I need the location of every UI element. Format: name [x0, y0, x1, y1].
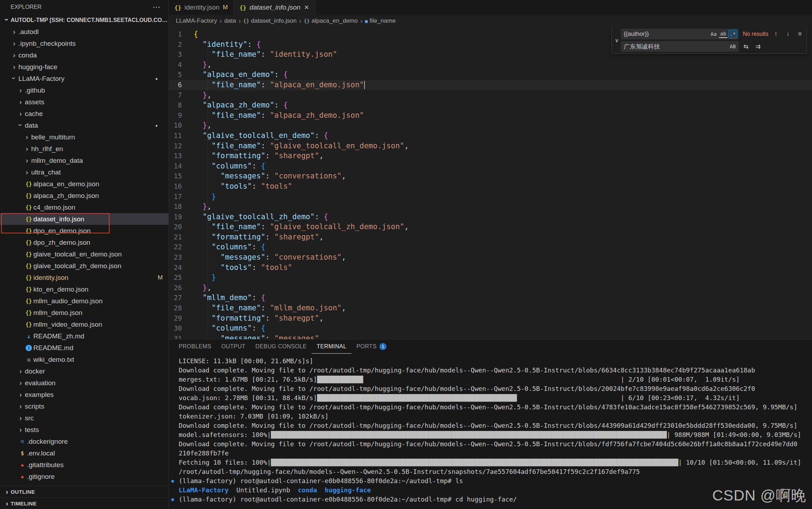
- code-line-17[interactable]: 17 }: [169, 192, 812, 202]
- replace-input[interactable]: [624, 43, 728, 50]
- code-line-11[interactable]: 11 "glaive_toolcall_en_demo": {: [169, 131, 812, 141]
- breadcrumb-item-LLaMA-Factory[interactable]: LLaMA-Factory: [176, 17, 217, 24]
- tree-file-.gitignore[interactable]: ◆.gitignore: [0, 471, 168, 482]
- code-line-18[interactable]: 18 },: [169, 201, 812, 212]
- breadcrumb-item-file_name[interactable]: ▣file_name: [365, 17, 396, 24]
- panel-tab-output[interactable]: OUTPUT: [216, 339, 250, 354]
- replace-all-icon[interactable]: ⇉: [753, 42, 763, 51]
- code-line-13[interactable]: 13 "formatting": "sharegpt",: [169, 151, 812, 161]
- tree-file-alpaca_en_demo.json[interactable]: {}alpaca_en_demo.json: [0, 178, 168, 190]
- outline-section[interactable]: › OUTLINE: [0, 486, 168, 497]
- tree-file-mllm_video_demo.json[interactable]: {}mllm_video_demo.json: [0, 319, 168, 330]
- tree-file-glaive_toolcall_zh_demo.json[interactable]: {}glaive_toolcall_zh_demo.json: [0, 260, 168, 272]
- editor[interactable]: 1{2 "identity": {3 "file_name": "identit…: [169, 27, 812, 339]
- tree-folder-examples[interactable]: ›examples: [0, 389, 168, 400]
- tree-folder-.github[interactable]: ›.github: [0, 84, 168, 96]
- code-line-5[interactable]: 5 "alpaca_en_demo": {: [169, 70, 812, 80]
- tree-file-identity.json[interactable]: {}identity.jsonM: [0, 272, 168, 283]
- code-line-10[interactable]: 10 },: [169, 120, 812, 131]
- tree-file-kto_en_demo.json[interactable]: {}kto_en_demo.json: [0, 283, 168, 295]
- tree-folder-ultra_chat[interactable]: ›ultra_chat: [0, 166, 168, 178]
- code-line-24[interactable]: 24 "tools": "tools": [169, 262, 812, 273]
- panel-tab-terminal[interactable]: TERMINAL: [312, 339, 351, 354]
- code-line-16[interactable]: 16 "tools": "tools": [169, 181, 812, 192]
- workspace-section-header[interactable]: › AUTODL-TMP [SSH: CONNECT.NMB1.SEETACLO…: [0, 14, 168, 26]
- tree-file-glaive_toolcall_en_demo.json[interactable]: {}glaive_toolcall_en_demo.json: [0, 248, 168, 260]
- more-actions-icon[interactable]: ⋯: [152, 2, 161, 12]
- tree-folder-LLaMA-Factory[interactable]: ›LLaMA-Factory●: [0, 73, 168, 84]
- tree-folder-assets[interactable]: ›assets: [0, 96, 168, 108]
- find-input-box[interactable]: Aa ab .*: [621, 29, 739, 39]
- previous-match-icon[interactable]: ↑: [771, 29, 780, 39]
- tree-file-mllm_audio_demo.json[interactable]: {}mllm_audio_demo.json: [0, 295, 168, 307]
- match-case-icon[interactable]: Aa: [709, 30, 718, 38]
- code-line-6[interactable]: 6 "file_name": "alpaca_en_demo.json": [169, 80, 812, 90]
- tree-file-wiki_demo.txt[interactable]: ≡wiki_demo.txt: [0, 354, 168, 365]
- tree-folder-belle_multiturn[interactable]: ›belle_multiturn: [0, 131, 168, 143]
- tree-file-mllm_demo.json[interactable]: {}mllm_demo.json: [0, 307, 168, 319]
- panel-tab-problems[interactable]: PROBLEMS: [174, 339, 216, 354]
- tree-file-.env.local[interactable]: $.env.local: [0, 447, 168, 459]
- code-line-14[interactable]: 14 "columns": {: [169, 161, 812, 171]
- tree-folder-data[interactable]: ›data●: [0, 120, 168, 131]
- tree-folder-hh_rlhf_en[interactable]: ›hh_rlhf_en: [0, 143, 168, 155]
- code-line-8[interactable]: 8 "alpaca_zh_demo": {: [169, 100, 812, 110]
- find-in-selection-icon[interactable]: ≡: [795, 29, 805, 39]
- code-line-4[interactable]: 4 },: [169, 60, 812, 70]
- code-line-31[interactable]: 31 "messages": "messages",: [169, 333, 812, 339]
- code-area[interactable]: 1{2 "identity": {3 "file_name": "identit…: [169, 27, 812, 339]
- tree-file-alpaca_zh_demo.json[interactable]: {}alpaca_zh_demo.json: [0, 190, 168, 201]
- tree-file-c4_demo.json[interactable]: {}c4_demo.json: [0, 201, 168, 213]
- tree-file-dpo_zh_demo.json[interactable]: {}dpo_zh_demo.json: [0, 237, 168, 248]
- tree-folder-scripts[interactable]: ›scripts: [0, 400, 168, 412]
- tree-folder-.ipynb_checkpoints[interactable]: ›.ipynb_checkpoints: [0, 38, 168, 49]
- tree-folder-evaluation[interactable]: ›evaluation: [0, 377, 168, 389]
- tree-file-dataset_info.json[interactable]: {}dataset_info.json: [0, 213, 168, 225]
- breadcrumb-item-data[interactable]: data: [224, 17, 236, 24]
- tree-file-dpo_en_demo.json[interactable]: {}dpo_en_demo.json: [0, 225, 168, 237]
- code-line-23[interactable]: 23 "messages": "conversations",: [169, 252, 812, 262]
- tab-identity.json[interactable]: {}identity.jsonM: [169, 0, 234, 15]
- replace-input-box[interactable]: AB: [621, 41, 739, 52]
- tree-folder-hugging-face[interactable]: ›hugging-face: [0, 61, 168, 73]
- panel-tab-debug-console[interactable]: DEBUG CONSOLE: [250, 339, 312, 354]
- code-line-19[interactable]: 19 "glaive_toolcall_zh_demo": {: [169, 212, 812, 222]
- tree-file-README.md[interactable]: iREADME.md: [0, 342, 168, 354]
- code-line-7[interactable]: 7 },: [169, 90, 812, 100]
- tab-dataset_info.json[interactable]: {}dataset_info.json×: [234, 0, 316, 15]
- tree-folder-tests[interactable]: ›tests: [0, 424, 168, 436]
- code-line-27[interactable]: 27 "mllm_demo": {: [169, 293, 812, 303]
- preserve-case-icon[interactable]: AB: [728, 42, 737, 51]
- tree-file-.gitattributes[interactable]: ◆.gitattributes: [0, 459, 168, 471]
- replace-icon[interactable]: ⇆: [741, 42, 751, 51]
- regex-icon[interactable]: .*: [728, 30, 737, 38]
- panel-tab-ports[interactable]: PORTS1: [351, 339, 391, 354]
- tree-file-.dockerignore[interactable]: ≋.dockerignore: [0, 436, 168, 447]
- whole-word-icon[interactable]: ab: [719, 30, 728, 38]
- breadcrumb-item-alpaca_en_demo[interactable]: {}alpaca_en_demo: [304, 17, 358, 24]
- code-line-12[interactable]: 12 "file_name": "glaive_toolcall_en_demo…: [169, 141, 812, 151]
- close-icon[interactable]: ×: [304, 3, 310, 12]
- code-line-20[interactable]: 20 "file_name": "glaive_toolcall_zh_demo…: [169, 222, 812, 232]
- code-line-9[interactable]: 9 "file_name": "alpaca_zh_demo.json": [169, 110, 812, 121]
- next-match-icon[interactable]: ↓: [783, 29, 792, 39]
- find-input[interactable]: [624, 31, 708, 38]
- code-line-15[interactable]: 15 "messages": "conversations",: [169, 171, 812, 181]
- breadcrumb-item-dataset_info.json[interactable]: {}dataset_info.json: [243, 17, 296, 24]
- tree-folder-.autodl[interactable]: ›.autodl: [0, 26, 168, 38]
- tree-file-README_zh.md[interactable]: ↓README_zh.md: [0, 330, 168, 342]
- code-line-22[interactable]: 22 "columns": {: [169, 242, 812, 252]
- tree-folder-src[interactable]: ›src: [0, 412, 168, 424]
- code-line-30[interactable]: 30 "columns": {: [169, 323, 812, 333]
- code-line-28[interactable]: 28 "file_name": "mllm_demo.json",: [169, 303, 812, 313]
- timeline-section[interactable]: › TIMELINE: [0, 497, 168, 509]
- tree-folder-cache[interactable]: ›cache: [0, 108, 168, 120]
- toggle-replace-button[interactable]: ∨: [612, 29, 621, 52]
- code-line-25[interactable]: 25 }: [169, 272, 812, 283]
- code-line-21[interactable]: 21 "formatting": "sharegpt",: [169, 232, 812, 242]
- tree-folder-conda[interactable]: ›conda: [0, 49, 168, 61]
- code-line-26[interactable]: 26 },: [169, 283, 812, 293]
- tree-folder-docker[interactable]: ›docker: [0, 365, 168, 377]
- code-line-29[interactable]: 29 "formatting": "sharegpt",: [169, 313, 812, 323]
- tree-folder-mllm_demo_data[interactable]: ›mllm_demo_data: [0, 155, 168, 166]
